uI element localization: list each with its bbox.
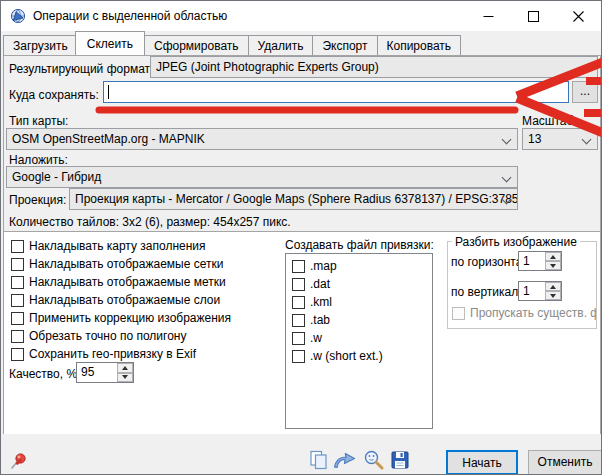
cancel-button[interactable]: Отменить — [528, 450, 602, 475]
checkbox-box — [452, 307, 465, 320]
chevron-down-icon — [582, 135, 592, 145]
pin-icon[interactable] — [9, 452, 28, 471]
close-button[interactable] — [556, 1, 601, 31]
tab-download[interactable]: Загрузить — [3, 35, 78, 55]
checkbox-box[interactable] — [11, 294, 24, 307]
tab-delete[interactable]: Удалить — [248, 35, 314, 55]
overlay-label: Наложить: — [9, 153, 68, 167]
arrow-down-icon — [122, 375, 128, 379]
projection-label: Проекция: — [9, 193, 66, 207]
title-bar[interactable]: Операции с выделенной областью — [1, 1, 601, 31]
checkbox-label: Пропускать существ. файл — [470, 306, 596, 320]
scale-select[interactable]: 13 — [522, 128, 598, 150]
split-vertical-value: 1 — [519, 282, 545, 300]
overlay-value: Google - Гибрид — [12, 170, 101, 184]
spinner-down-button[interactable] — [545, 261, 561, 270]
checkbox-tab-file[interactable]: .tab — [292, 313, 330, 327]
checkbox-label: Накладывать отображаемые метки — [29, 275, 226, 289]
checkbox-dat-file[interactable]: .dat — [292, 277, 330, 291]
spinner-up-button[interactable] — [117, 363, 133, 373]
arrow-down-icon — [550, 294, 556, 298]
checkbox-label: .w (short ext.) — [310, 349, 383, 363]
go-to-icon[interactable] — [332, 448, 358, 470]
arrow-up-icon — [550, 255, 556, 259]
scale-label: Масштаб: — [522, 114, 577, 128]
maximize-button[interactable] — [511, 1, 556, 31]
dialog-window: Операции с выделенной областью Загрузить… — [0, 0, 602, 475]
checkbox-box[interactable] — [11, 258, 24, 271]
georef-files-listbox[interactable]: .map .dat .kml .tab .w .w (short ext.) — [285, 253, 433, 429]
checkbox-skip-existing: Пропускать существ. файл — [452, 306, 596, 320]
map-type-select[interactable]: OSM OpenStreetMap.org - MAPNIK — [6, 128, 518, 150]
checkbox-box[interactable] — [292, 332, 305, 345]
chevron-down-icon — [502, 173, 512, 183]
checkbox-label: Обрезать точно по полигону — [29, 329, 186, 343]
checkbox-kml-file[interactable]: .kml — [292, 295, 332, 309]
arrow-up-icon — [550, 285, 556, 289]
spinner-up-button[interactable] — [545, 282, 561, 291]
checkbox-label: .map — [310, 259, 337, 273]
checkbox-label: Накладывать отображаемые слои — [29, 293, 220, 307]
quality-value: 95 — [77, 363, 117, 382]
format-select[interactable]: JPEG (Joint Photographic Experts Group) — [150, 56, 598, 78]
browse-button[interactable]: ... — [572, 81, 598, 103]
checkbox-crop-polygon[interactable]: Обрезать точно по полигону — [11, 329, 186, 343]
minimize-icon — [483, 11, 494, 22]
save-to-label: Куда сохранять: — [9, 88, 99, 102]
checkbox-overlay-marks[interactable]: Накладывать отображаемые метки — [11, 275, 226, 289]
checkbox-box[interactable] — [292, 260, 305, 273]
split-horizontal-value: 1 — [519, 252, 545, 270]
split-horizontal-spinner[interactable]: 1 — [518, 251, 562, 271]
checkbox-label: .tab — [310, 313, 330, 327]
checkbox-label: .w — [310, 331, 322, 345]
spinner-down-button[interactable] — [117, 373, 133, 383]
quality-spinner[interactable]: 95 — [76, 362, 134, 383]
checkbox-label: Применить коррекцию изображения — [29, 311, 231, 325]
checkbox-exif-georef[interactable]: Сохранить гео-привязку в Exif — [11, 347, 196, 361]
checkbox-box[interactable] — [11, 312, 24, 325]
projection-select[interactable]: Проекция карты - Mercator / Google Maps … — [69, 188, 518, 210]
checkbox-label: .kml — [310, 295, 332, 309]
checkbox-box[interactable] — [292, 278, 305, 291]
checkbox-w-file[interactable]: .w — [292, 331, 322, 345]
minimize-button[interactable] — [466, 1, 511, 31]
save-settings-icon[interactable] — [390, 449, 410, 471]
maximize-icon — [528, 11, 539, 22]
map-type-label: Тип карты: — [9, 114, 68, 128]
checkbox-label: .dat — [310, 277, 330, 291]
tab-strip: Загрузить Склеить Сформировать Удалить Э… — [3, 32, 460, 55]
checkbox-box[interactable] — [292, 296, 305, 309]
tab-export[interactable]: Экспорт — [312, 35, 377, 55]
zoom-preview-icon[interactable] — [363, 449, 385, 471]
spinner-down-button[interactable] — [545, 291, 561, 300]
spinner-up-button[interactable] — [545, 252, 561, 261]
save-path-field[interactable] — [103, 81, 569, 103]
checkbox-box[interactable] — [11, 348, 24, 361]
checkbox-box[interactable] — [11, 276, 24, 289]
checkbox-box[interactable] — [11, 240, 24, 253]
checkbox-overlay-fill-map[interactable]: Накладывать карту заполнения — [11, 239, 206, 253]
quality-label: Качество, % — [9, 367, 77, 381]
copy-icon[interactable] — [308, 449, 330, 471]
tab-copy[interactable]: Копировать — [377, 35, 462, 55]
split-image-group-label: Разбить изображение — [452, 235, 580, 249]
checkbox-box[interactable] — [292, 314, 305, 327]
checkbox-overlay-grids[interactable]: Накладывать отображаемые сетки — [11, 257, 223, 271]
split-vertical-spinner[interactable]: 1 — [518, 281, 562, 301]
start-button[interactable]: Начать — [446, 450, 518, 475]
checkbox-label: Сохранить гео-привязку в Exif — [29, 347, 196, 361]
checkbox-box[interactable] — [11, 330, 24, 343]
tiles-info-text: Количество тайлов: 3x2 (6), размер: 454x… — [9, 215, 291, 229]
tab-generate[interactable]: Сформировать — [144, 35, 249, 55]
checkbox-map-file[interactable]: .map — [292, 259, 337, 273]
checkbox-overlay-layers[interactable]: Накладывать отображаемые слои — [11, 293, 220, 307]
tab-stitch[interactable]: Склеить — [75, 31, 145, 55]
checkbox-box[interactable] — [292, 350, 305, 363]
checkbox-w-short-file[interactable]: .w (short ext.) — [292, 349, 383, 363]
chevron-down-icon — [502, 135, 512, 145]
checkbox-label: Накладывать карту заполнения — [29, 239, 206, 253]
save-path-input[interactable] — [107, 83, 565, 101]
checkbox-image-correction[interactable]: Применить коррекцию изображения — [11, 311, 231, 325]
chevron-down-icon — [582, 63, 592, 73]
overlay-select[interactable]: Google - Гибрид — [6, 166, 518, 188]
